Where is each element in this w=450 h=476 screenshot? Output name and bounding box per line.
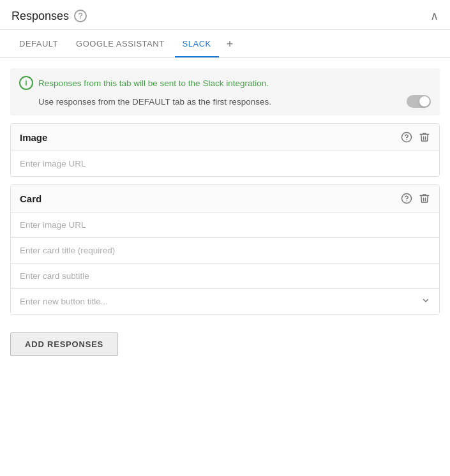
image-url-input[interactable]	[11, 151, 439, 176]
tab-slack[interactable]: SLACK	[175, 30, 219, 57]
card-delete-icon[interactable]	[419, 193, 430, 204]
tab-add-button[interactable]: +	[221, 32, 239, 56]
tabs-bar: DEFAULT GOOGLE ASSISTANT SLACK +	[0, 30, 450, 58]
image-section-icons	[401, 131, 430, 143]
card-section-header: Card	[11, 185, 439, 212]
card-subtitle-input[interactable]	[11, 264, 439, 289]
header-help-icon[interactable]: ?	[74, 10, 87, 22]
info-banner: i Responses from this tab will be sent t…	[10, 68, 440, 115]
image-section: Image	[10, 123, 440, 177]
card-section: Card	[10, 184, 440, 315]
image-delete-icon[interactable]	[419, 131, 430, 143]
use-default-toggle[interactable]	[407, 95, 431, 108]
card-button-title-input[interactable]	[11, 289, 439, 314]
info-icon: i	[19, 76, 33, 90]
page-title: Responses	[11, 10, 69, 23]
card-section-title: Card	[20, 193, 41, 204]
image-section-header: Image	[11, 124, 439, 151]
collapse-icon[interactable]: ∧	[430, 9, 439, 23]
info-text-gray: Use responses from the DEFAULT tab as th…	[38, 97, 271, 107]
header-left: Responses ?	[11, 10, 87, 23]
image-section-title: Image	[20, 132, 47, 143]
tab-default[interactable]: DEFAULT	[11, 30, 66, 57]
toggle-thumb	[419, 96, 430, 107]
header: Responses ? ∧	[0, 0, 450, 30]
card-image-url-input[interactable]	[11, 212, 439, 238]
add-responses-button[interactable]: ADD RESPONSES	[10, 332, 118, 356]
card-help-icon[interactable]	[401, 193, 412, 204]
info-banner-row2: Use responses from the DEFAULT tab as th…	[19, 95, 431, 108]
tab-google-assistant[interactable]: GOOGLE ASSISTANT	[68, 30, 172, 57]
card-button-title-wrapper	[11, 289, 439, 314]
info-banner-row1: i Responses from this tab will be sent t…	[19, 76, 431, 90]
card-section-icons	[401, 193, 430, 204]
image-help-icon[interactable]	[401, 131, 412, 143]
card-title-input[interactable]	[11, 238, 439, 264]
info-text-green: Responses from this tab will be sent to …	[38, 78, 269, 88]
